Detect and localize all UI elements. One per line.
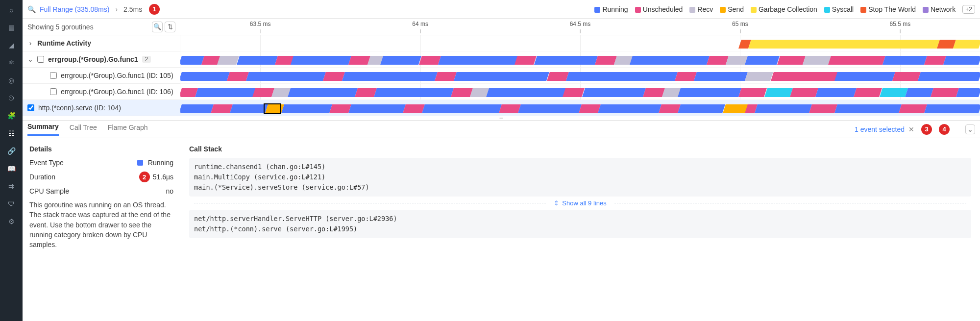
timeline-segment[interactable] [422,104,502,113]
timeline-segment[interactable] [834,72,895,81]
timeline-segment[interactable] [745,56,780,65]
timeline-segment[interactable] [745,72,774,81]
timeline-segment[interactable] [211,104,233,113]
timeline-segment[interactable] [943,56,980,65]
timeline-segment[interactable] [380,56,421,65]
timeline-segment[interactable] [905,88,933,97]
timeline-segment[interactable] [342,72,438,81]
timeline-segment[interactable] [834,104,901,113]
timeline-segment[interactable] [777,56,806,65]
timeline-segment[interactable] [764,88,793,97]
timeline-segment[interactable] [291,56,351,65]
show-all-lines-button[interactable]: ⇕ Show all 9 lines [189,197,971,210]
nav-gear-icon[interactable]: ⚙ [5,216,17,227]
chevron-down-icon[interactable]: ⌄ [27,55,33,63]
timeline-segment[interactable] [195,88,255,97]
timeline-lanes[interactable] [180,35,980,116]
nav-nodes-icon[interactable]: ⚛ [5,57,17,69]
timeline-segment[interactable] [403,104,425,113]
tree-child-row[interactable]: errgroup.(*Group).Go.func1 (ID: 105) [23,68,180,84]
tab-flame-graph[interactable]: Flame Graph [108,123,148,135]
timeline-segment[interactable] [790,88,818,97]
timeline-segment[interactable] [579,104,601,113]
timeline-segment[interactable] [678,104,725,113]
timeline-segment[interactable] [435,72,457,81]
timeline-segment[interactable] [374,88,454,97]
nav-shield-icon[interactable]: 🛡 [5,198,17,210]
nav-binoculars-icon[interactable]: ⌕ [5,4,17,16]
tree-group-row[interactable]: ⌄ errgroup.(*Group).Go.func1 2 [23,51,180,68]
stack-line[interactable]: net/http.serverHandler.ServeHTTP (server… [194,214,966,224]
timeline-segment[interactable] [755,104,812,113]
timeline-segment[interactable] [815,88,857,97]
timeline-segment[interactable] [534,56,598,65]
timeline-segment[interactable] [854,88,882,97]
stack-line[interactable]: main.(*Service).serveStore (service.go:L… [194,182,966,193]
timeline-segment[interactable] [355,88,377,97]
timeline-segment[interactable] [348,104,406,113]
timeline-lane[interactable] [180,35,980,51]
timeline-segment[interactable] [694,72,748,81]
child-checkbox[interactable] [50,72,57,79]
nav-puzzle-icon[interactable]: 🧩 [5,110,17,122]
tab-summary[interactable]: Summary [27,123,59,136]
group-checkbox[interactable] [37,56,44,63]
stack-line[interactable]: net/http.(*conn).serve (server.go:L#1995… [194,224,966,234]
timeline-segment[interactable] [227,72,249,81]
nav-dashboard-icon[interactable]: ▦ [5,22,17,33]
chevron-right-icon[interactable]: › [27,39,33,47]
timeline-segment[interactable] [454,72,549,81]
timeline-lane[interactable] [180,100,980,116]
timeline-segment[interactable] [918,72,980,81]
search-button[interactable]: 🔍 [152,22,163,32]
selected-checkbox[interactable] [27,104,34,111]
timeline-segment[interactable] [828,56,885,65]
timeline-segment[interactable] [803,56,831,65]
timeline-segment[interactable] [924,56,946,65]
timeline-segment[interactable] [237,56,278,65]
nav-link-icon[interactable]: 🔗 [5,145,17,157]
timeline-segment[interactable] [675,72,697,81]
timeline-segment[interactable] [899,104,927,113]
timeline-segment[interactable] [659,104,681,113]
child-checkbox[interactable] [50,88,57,95]
nav-trace-icon[interactable]: ☷ [5,127,17,139]
timeline-segment[interactable] [748,40,940,49]
collapse-drawer-button[interactable]: ⌄ [965,124,975,134]
timeline-segment[interactable] [486,88,566,97]
timeline-segment[interactable] [180,56,204,65]
timeline-lane[interactable] [180,68,980,84]
nav-flow-icon[interactable]: ⇉ [5,180,17,192]
timeline-segment[interactable] [499,104,521,113]
timeline-segment[interactable] [566,72,678,81]
timeline-segment[interactable] [723,104,748,113]
nav-target-icon[interactable]: ◎ [5,74,17,86]
timeline-segment[interactable] [329,104,351,113]
tree-runtime-activity[interactable]: › Runtime Activity [23,35,180,51]
zoom-icon[interactable]: 🔍 [27,5,36,13]
timeline-lane[interactable] [180,84,980,100]
timeline-segment[interactable] [809,104,837,113]
timeline-segment[interactable] [451,88,473,97]
breadcrumb-full-range[interactable]: Full Range (335.08ms) [40,5,109,13]
timeline-segment[interactable] [953,40,980,49]
nav-gauge-icon[interactable]: ⏲ [5,92,17,104]
tree-child-row[interactable]: errgroup.(*Group).Go.func1 (ID: 106) [23,84,180,100]
timeline-segment[interactable] [252,88,274,97]
timeline-segment[interactable] [180,104,214,113]
timeline-segment[interactable] [582,88,646,97]
timeline-lane[interactable] [180,51,980,68]
timeline-segment[interactable] [288,88,358,97]
timeline-segment[interactable] [595,56,617,65]
timeline-segment[interactable] [323,72,345,81]
timeline-segment[interactable] [956,88,980,97]
timeline-segment[interactable] [563,88,585,97]
timeline-segment[interactable] [598,104,662,113]
timeline-segment[interactable] [180,72,230,81]
timeline-segment[interactable] [880,88,908,97]
timeline-segment[interactable] [547,72,569,81]
timeline-segment[interactable] [515,56,537,65]
timeline-segment[interactable] [892,72,921,81]
clear-selection-button[interactable]: ✕ [908,125,914,133]
nav-chart-icon[interactable]: ◢ [5,39,17,51]
